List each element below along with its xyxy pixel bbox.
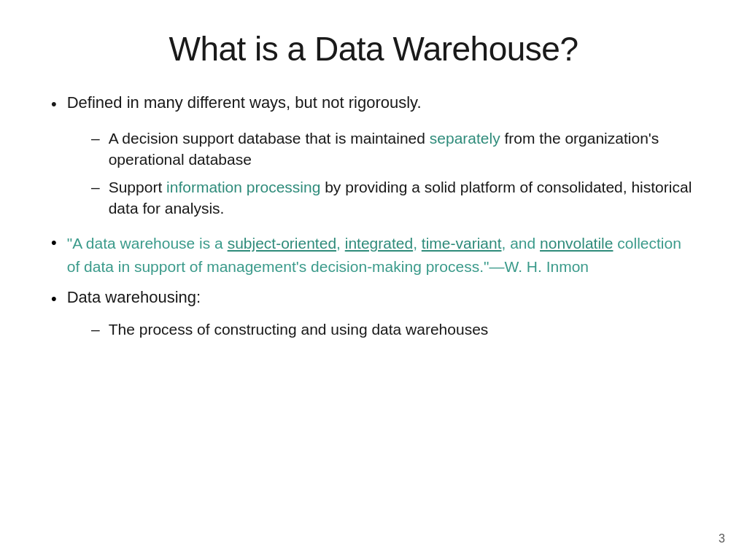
dash-marker-3: – xyxy=(91,319,100,340)
sub-bullet-3-1: – The process of constructing and using … xyxy=(91,319,696,340)
highlight-separately: separately xyxy=(430,130,500,147)
bullet-3: • Data warehousing: xyxy=(51,288,696,308)
sub-bullets-3: – The process of constructing and using … xyxy=(91,319,696,346)
bullet-2-quote: "A data warehouse is a subject-oriented,… xyxy=(67,232,696,278)
slide-title: What is a Data Warehouse? xyxy=(51,29,696,69)
sub-bullet-1-2-text: Support information processing by provid… xyxy=(109,176,696,219)
link-nonvolatile[interactable]: nonvolatile xyxy=(540,235,613,252)
sub-bullet-1-1: – A decision support database that is ma… xyxy=(91,128,696,171)
highlight-info-processing: information processing xyxy=(166,179,320,195)
bullet-1: • Defined in many different ways, but no… xyxy=(51,92,696,116)
sub-bullet-3-1-text: The process of constructing and using da… xyxy=(109,319,489,340)
sub-bullet-1-1-text: A decision support database that is main… xyxy=(109,128,696,171)
slide-content: • Defined in many different ways, but no… xyxy=(51,92,696,531)
link-subject-oriented[interactable]: subject-oriented xyxy=(228,235,336,252)
bullet-marker-2: • xyxy=(51,233,57,252)
bullet-3-text: Data warehousing: xyxy=(67,288,201,307)
dash-marker-2: – xyxy=(91,176,100,198)
link-integrated[interactable]: integrated xyxy=(345,235,413,252)
slide: What is a Data Warehouse? • Defined in m… xyxy=(0,0,747,560)
dash-marker-1: – xyxy=(91,128,100,149)
bullet-1-text: Defined in many different ways, but not … xyxy=(67,92,422,114)
bullet-marker-3: • xyxy=(51,289,57,308)
bullet-2: • "A data warehouse is a subject-oriente… xyxy=(51,232,696,278)
sub-bullets-1: – A decision support database that is ma… xyxy=(91,128,696,225)
bullet-marker-1: • xyxy=(51,93,57,116)
link-time-variant[interactable]: time-variant xyxy=(422,235,502,252)
page-number: 3 xyxy=(719,532,725,545)
sub-bullet-1-2: – Support information processing by prov… xyxy=(91,176,696,219)
